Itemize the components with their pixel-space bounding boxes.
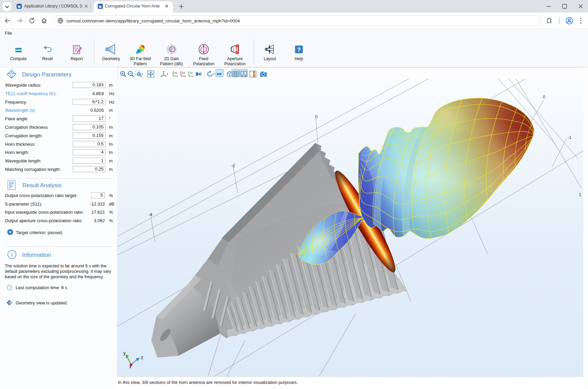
svg-text:-4: -4 (148, 212, 152, 217)
svg-text:?: ? (297, 47, 300, 53)
svg-text:1: 1 (579, 192, 581, 197)
svg-text:0: 0 (315, 114, 317, 119)
svg-text:xz: xz (190, 71, 193, 74)
svg-text:z: z (141, 355, 143, 360)
svg-text:i: i (11, 251, 13, 258)
svg-text:yz: yz (182, 71, 185, 74)
svg-text:-1: -1 (568, 135, 572, 140)
svg-text:xy: xy (174, 71, 178, 74)
svg-text:y: y (123, 350, 126, 356)
svg-text:i: i (9, 286, 10, 290)
svg-text:0: 0 (543, 94, 545, 100)
svg-text:-2: -2 (231, 163, 235, 168)
